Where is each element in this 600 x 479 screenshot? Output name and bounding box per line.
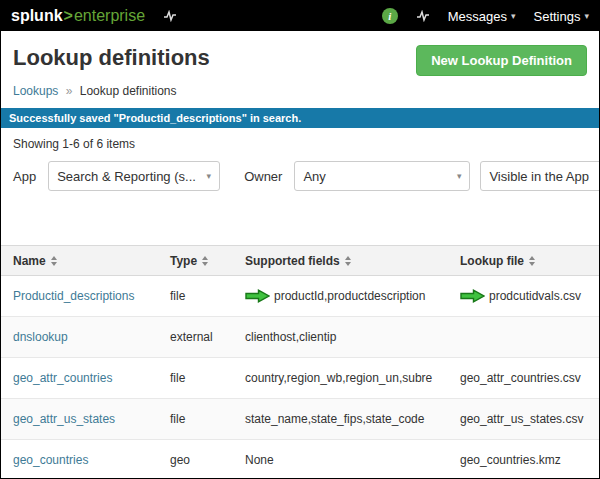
cell-name: dnslookup bbox=[1, 317, 164, 358]
logo-text-splunk: splunk bbox=[11, 7, 63, 25]
cell-supported-fields: country,region_wb,region_un,subre bbox=[239, 358, 454, 399]
supported-fields-text: state_name,state_fips,state_code bbox=[245, 412, 424, 426]
top-bar: splunk > enterprise i Messages ▾ Setting… bbox=[1, 1, 599, 31]
owner-filter-dropdown[interactable]: Any ▾ bbox=[294, 161, 470, 191]
lookup-definitions-table: NameTypeSupported fieldsLookup file Prod… bbox=[1, 245, 599, 479]
lookup-name-link[interactable]: geo_attr_us_states bbox=[13, 412, 115, 426]
cell-name: geo_attr_countries bbox=[1, 358, 164, 399]
sort-icon bbox=[345, 256, 351, 266]
cell-type: file bbox=[164, 399, 239, 440]
cell-lookup-file: prodcutidvals.csv bbox=[454, 276, 599, 317]
supported-fields-text: productId,productdescription bbox=[274, 289, 425, 303]
supported-fields-text: None bbox=[245, 453, 274, 467]
sort-icon bbox=[51, 256, 57, 266]
activity-icon[interactable] bbox=[416, 10, 430, 22]
column-header-name[interactable]: Name bbox=[1, 246, 164, 276]
messages-label: Messages bbox=[448, 9, 507, 24]
sort-icon bbox=[529, 256, 535, 266]
app-filter-value: Search & Reporting (s... bbox=[57, 169, 196, 184]
cell-supported-fields: clienthost,clientip bbox=[239, 317, 454, 358]
lookup-name-link[interactable]: geo_attr_countries bbox=[13, 371, 112, 385]
cell-lookup-file bbox=[454, 317, 599, 358]
success-banner: Successfully saved "Productid_descriptio… bbox=[1, 108, 599, 128]
cell-type: external bbox=[164, 317, 239, 358]
lookup-name-link[interactable]: dnslookup bbox=[13, 330, 68, 344]
table-header-row: NameTypeSupported fieldsLookup file bbox=[1, 246, 599, 276]
column-header-type[interactable]: Type bbox=[164, 246, 239, 276]
breadcrumb-current: Lookup definitions bbox=[80, 84, 177, 98]
cell-name: geo_attr_us_states bbox=[1, 399, 164, 440]
owner-filter-value: Any bbox=[303, 169, 325, 184]
table-row: geo_attr_countriesfilecountry,region_wb,… bbox=[1, 358, 599, 399]
settings-label: Settings bbox=[533, 9, 580, 24]
lookup-file-text: geo_countries.kmz bbox=[460, 453, 561, 467]
lookup-name-link[interactable]: Productid_descriptions bbox=[13, 289, 134, 303]
column-header-label: Lookup file bbox=[460, 254, 524, 268]
column-header-label: Supported fields bbox=[245, 254, 340, 268]
logo-gt: > bbox=[64, 7, 73, 25]
cell-name: geo_countries bbox=[1, 440, 164, 479]
visibility-filter-dropdown[interactable]: Visible in the App ▾ bbox=[480, 161, 600, 191]
lookup-table-body: Productid_descriptionsfileproductId,prod… bbox=[1, 276, 599, 479]
table-row: dnslookupexternalclienthost,clientip bbox=[1, 317, 599, 358]
settings-menu[interactable]: Settings ▾ bbox=[533, 9, 589, 24]
cell-supported-fields: productId,productdescription bbox=[239, 276, 454, 317]
splunk-logo[interactable]: splunk > enterprise bbox=[11, 7, 145, 25]
cell-type: file bbox=[164, 358, 239, 399]
breadcrumb: Lookups » Lookup definitions bbox=[1, 76, 599, 108]
cell-type: file bbox=[164, 276, 239, 317]
cell-type: geo bbox=[164, 440, 239, 479]
activity-icon[interactable] bbox=[163, 10, 177, 22]
supported-fields-text: clienthost,clientip bbox=[245, 330, 336, 344]
cell-name: Productid_descriptions bbox=[1, 276, 164, 317]
app-window: splunk > enterprise i Messages ▾ Setting… bbox=[0, 0, 600, 479]
app-filter-dropdown[interactable]: Search & Reporting (s... ▾ bbox=[48, 161, 220, 191]
cell-lookup-file: geo_attr_us_states.csv bbox=[454, 399, 599, 440]
items-count-text: Showing 1-6 of 6 items bbox=[1, 128, 599, 159]
cell-supported-fields: state_name,state_fips,state_code bbox=[239, 399, 454, 440]
app-filter-label: App bbox=[13, 169, 36, 184]
chevron-down-icon: ▾ bbox=[457, 171, 462, 181]
cell-lookup-file: geo_attr_countries.csv bbox=[454, 358, 599, 399]
info-icon[interactable]: i bbox=[382, 8, 398, 24]
table-row: geo_countriesgeoNonegeo_countries.kmz bbox=[1, 440, 599, 479]
breadcrumb-lookups-link[interactable]: Lookups bbox=[13, 84, 58, 98]
logo-text-enterprise: enterprise bbox=[74, 7, 145, 25]
supported-fields-text: country,region_wb,region_un,subre bbox=[245, 371, 432, 385]
chevron-down-icon: ▾ bbox=[511, 11, 516, 21]
messages-menu[interactable]: Messages ▾ bbox=[448, 9, 516, 24]
new-lookup-definition-button[interactable]: New Lookup Definition bbox=[416, 45, 587, 76]
cell-lookup-file: geo_countries.kmz bbox=[454, 440, 599, 479]
column-header-lookup-file[interactable]: Lookup file bbox=[454, 246, 599, 276]
lookup-file-text: geo_attr_countries.csv bbox=[460, 371, 581, 385]
visibility-filter-value: Visible in the App bbox=[489, 169, 589, 184]
column-header-label: Name bbox=[13, 254, 46, 268]
green-arrow-icon bbox=[460, 289, 485, 303]
table-row: Productid_descriptionsfileproductId,prod… bbox=[1, 276, 599, 317]
breadcrumb-separator: » bbox=[66, 84, 73, 98]
page-title: Lookup definitions bbox=[13, 45, 210, 71]
sort-icon bbox=[202, 256, 208, 266]
column-header-supported-fields[interactable]: Supported fields bbox=[239, 246, 454, 276]
lookup-file-text: geo_attr_us_states.csv bbox=[460, 412, 583, 426]
column-header-label: Type bbox=[170, 254, 197, 268]
table-row: geo_attr_us_statesfilestate_name,state_f… bbox=[1, 399, 599, 440]
green-arrow-icon bbox=[245, 289, 270, 303]
chevron-down-icon: ▾ bbox=[584, 11, 589, 21]
filter-bar: App Search & Reporting (s... ▾ Owner Any… bbox=[1, 159, 599, 193]
lookup-name-link[interactable]: geo_countries bbox=[13, 453, 88, 467]
cell-supported-fields: None bbox=[239, 440, 454, 479]
owner-filter-label: Owner bbox=[244, 169, 282, 184]
chevron-down-icon: ▾ bbox=[207, 171, 212, 181]
lookup-file-text: prodcutidvals.csv bbox=[489, 289, 581, 303]
